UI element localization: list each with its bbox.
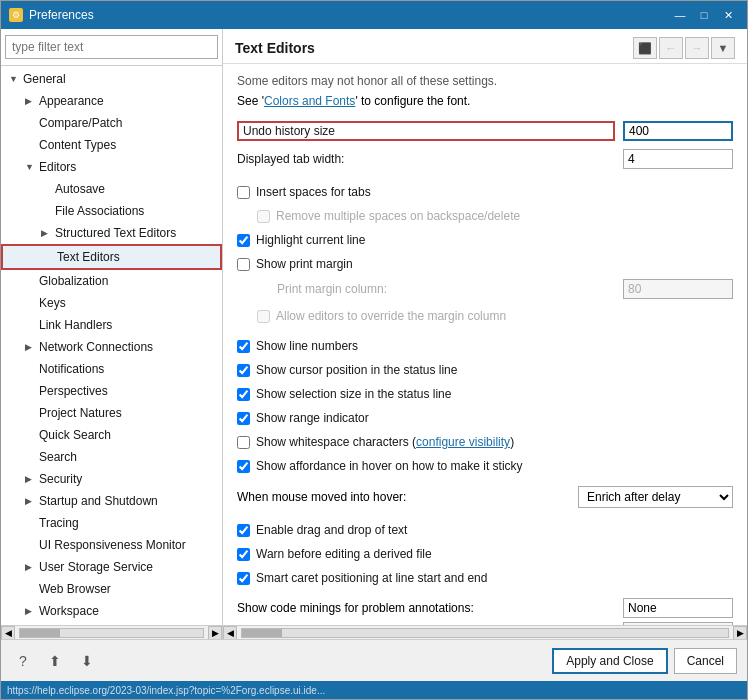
tree-item-search[interactable]: Search bbox=[1, 446, 222, 468]
scroll-track-h[interactable] bbox=[19, 628, 204, 638]
tree-item-workspace[interactable]: ▶ Workspace bbox=[1, 600, 222, 622]
right-scroll-track[interactable] bbox=[241, 628, 729, 638]
right-scroll-left[interactable]: ◀ bbox=[223, 626, 237, 640]
configure-visibility-link[interactable]: configure visibility bbox=[416, 435, 510, 449]
allow-override-label: Allow editors to override the margin col… bbox=[276, 309, 506, 323]
insert-spaces-checkbox[interactable] bbox=[237, 186, 250, 199]
tree-item-tracing[interactable]: Tracing bbox=[1, 512, 222, 534]
tree-label-tracing: Tracing bbox=[39, 514, 79, 532]
print-margin-row: Show print margin bbox=[237, 254, 733, 274]
tree-container[interactable]: ▼ General ▶ Appearance Compare/Patch Con… bbox=[1, 66, 222, 625]
nav-buttons: ⬛ ← → ▼ bbox=[633, 37, 735, 59]
print-margin-col-input[interactable] bbox=[623, 279, 733, 299]
import-button[interactable]: ⬇ bbox=[75, 649, 99, 673]
tree-label-proj: Project Natures bbox=[39, 404, 122, 422]
apply-close-button[interactable]: Apply and Close bbox=[552, 648, 667, 674]
tab-width-input[interactable] bbox=[623, 149, 733, 169]
right-content: Some editors may not honor all of these … bbox=[223, 64, 747, 625]
expand-arrow-workspace: ▶ bbox=[25, 602, 37, 620]
tree-item-autosave[interactable]: Autosave bbox=[1, 178, 222, 200]
tree-item-network[interactable]: ▶ Network Connections bbox=[1, 336, 222, 358]
tree-item-link-handlers[interactable]: Link Handlers bbox=[1, 314, 222, 336]
line-numbers-row: Show line numbers bbox=[237, 336, 733, 356]
tree-item-text-editors[interactable]: Text Editors bbox=[1, 244, 222, 270]
help-button[interactable]: ? bbox=[11, 649, 35, 673]
affordance-checkbox[interactable] bbox=[237, 460, 250, 473]
drag-drop-checkbox[interactable] bbox=[237, 524, 250, 537]
tree-label-quick: Quick Search bbox=[39, 426, 111, 444]
nav-back-btn[interactable]: ← bbox=[659, 37, 683, 59]
tree-item-editors[interactable]: ▼ Editors bbox=[1, 156, 222, 178]
export-button[interactable]: ⬆ bbox=[43, 649, 67, 673]
minimize-button[interactable]: — bbox=[669, 6, 691, 24]
tree-label-text-editors: Text Editors bbox=[57, 248, 120, 266]
tree-scrollbar-h[interactable]: ◀ ▶ bbox=[1, 625, 222, 639]
filter-input[interactable] bbox=[5, 35, 218, 59]
right-panel: Text Editors ⬛ ← → ▼ Some editors may no… bbox=[223, 29, 747, 639]
nav-forward-btn[interactable]: → bbox=[685, 37, 709, 59]
tree-item-ui-resp[interactable]: UI Responsiveness Monitor bbox=[1, 534, 222, 556]
tree-item-perspectives[interactable]: Perspectives bbox=[1, 380, 222, 402]
hover-select[interactable]: Enrich after delay Enrich immediately Ne… bbox=[578, 486, 733, 508]
smart-caret-checkbox[interactable] bbox=[237, 572, 250, 585]
warn-editing-checkbox[interactable] bbox=[237, 548, 250, 561]
tree-item-structured-text[interactable]: ▶ Structured Text Editors bbox=[1, 222, 222, 244]
tree-label-persp: Perspectives bbox=[39, 382, 108, 400]
tree-item-appearance[interactable]: ▶ Appearance bbox=[1, 90, 222, 112]
affordance-row: Show affordance in hover on how to make … bbox=[237, 456, 733, 476]
tree-label-notif: Notifications bbox=[39, 360, 104, 378]
whitespace-checkbox[interactable] bbox=[237, 436, 250, 449]
code-minings-label: Show code minings for problem annotation… bbox=[237, 601, 623, 615]
right-scroll-thumb[interactable] bbox=[242, 629, 282, 637]
scroll-left-btn[interactable]: ◀ bbox=[1, 626, 15, 640]
mouse-hover-row: When mouse moved into hover: Enrich afte… bbox=[237, 486, 733, 508]
print-margin-col-row: Print margin column: bbox=[257, 278, 733, 300]
insert-spaces-row: Insert spaces for tabs bbox=[237, 182, 733, 202]
cancel-button[interactable]: Cancel bbox=[674, 648, 737, 674]
tree-item-security[interactable]: ▶ Security bbox=[1, 468, 222, 490]
line-numbers-checkbox[interactable] bbox=[237, 340, 250, 353]
tree-item-user-storage[interactable]: ▶ User Storage Service bbox=[1, 556, 222, 578]
tree-item-web-browser[interactable]: Web Browser bbox=[1, 578, 222, 600]
tree-label-general: General bbox=[23, 70, 66, 88]
highlight-current-checkbox[interactable] bbox=[237, 234, 250, 247]
colors-fonts-link[interactable]: Colors and Fonts bbox=[264, 94, 355, 108]
undo-history-input[interactable] bbox=[623, 121, 733, 141]
right-scrollbar-h[interactable]: ◀ ▶ bbox=[223, 625, 747, 639]
scroll-thumb-h[interactable] bbox=[20, 629, 60, 637]
tree-label-editors: Editors bbox=[39, 158, 76, 176]
tree-item-globalization[interactable]: Globalization bbox=[1, 270, 222, 292]
allow-override-checkbox[interactable] bbox=[257, 310, 270, 323]
nav-history-btn[interactable]: ⬛ bbox=[633, 37, 657, 59]
tree-item-general[interactable]: ▼ General bbox=[1, 68, 222, 90]
filter-input-wrap bbox=[1, 29, 222, 66]
scroll-right-btn[interactable]: ▶ bbox=[208, 626, 222, 640]
cursor-pos-checkbox[interactable] bbox=[237, 364, 250, 377]
undo-history-label: Undo history size bbox=[237, 121, 615, 141]
smart-caret-row: Smart caret positioning at line start an… bbox=[237, 568, 733, 588]
tree-item-compare-patch[interactable]: Compare/Patch bbox=[1, 112, 222, 134]
close-button[interactable]: ✕ bbox=[717, 6, 739, 24]
tab-width-label: Displayed tab width: bbox=[237, 152, 623, 166]
expand-arrow-security: ▶ bbox=[25, 470, 37, 488]
code-minings-input[interactable] bbox=[623, 598, 733, 618]
right-scroll-right[interactable]: ▶ bbox=[733, 626, 747, 640]
drag-drop-label: Enable drag and drop of text bbox=[256, 523, 407, 537]
tree-label-keys: Keys bbox=[39, 294, 66, 312]
print-margin-checkbox[interactable] bbox=[237, 258, 250, 271]
tree-item-content-types[interactable]: Content Types bbox=[1, 134, 222, 156]
maximize-button[interactable]: □ bbox=[693, 6, 715, 24]
tree-item-quick-search[interactable]: Quick Search bbox=[1, 424, 222, 446]
tree-item-startup[interactable]: ▶ Startup and Shutdown bbox=[1, 490, 222, 512]
selection-size-checkbox[interactable] bbox=[237, 388, 250, 401]
tree-item-keys[interactable]: Keys bbox=[1, 292, 222, 314]
app-icon: ⚙ bbox=[9, 8, 23, 22]
range-indicator-label: Show range indicator bbox=[256, 411, 369, 425]
remove-multiple-checkbox[interactable] bbox=[257, 210, 270, 223]
expand-arrow-startup: ▶ bbox=[25, 492, 37, 510]
tree-item-project-natures[interactable]: Project Natures bbox=[1, 402, 222, 424]
tree-item-file-associations[interactable]: File Associations bbox=[1, 200, 222, 222]
tree-item-notifications[interactable]: Notifications bbox=[1, 358, 222, 380]
range-indicator-checkbox[interactable] bbox=[237, 412, 250, 425]
nav-menu-btn[interactable]: ▼ bbox=[711, 37, 735, 59]
